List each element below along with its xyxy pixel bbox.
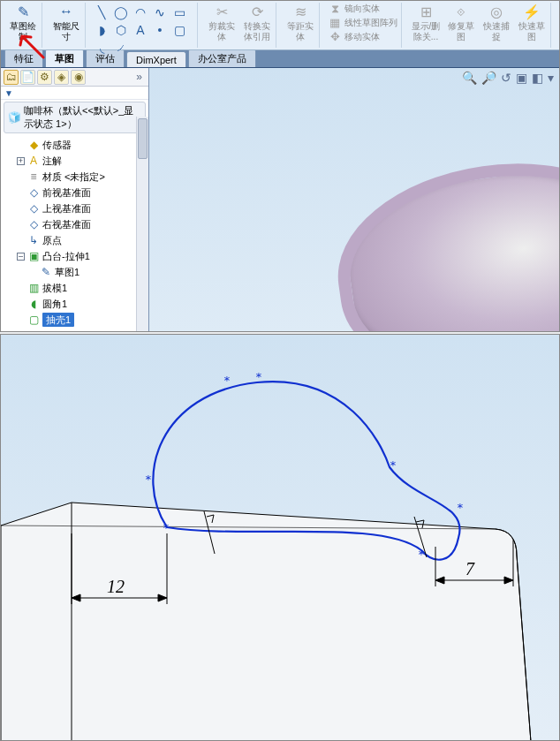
ribbon-group-mirror-pattern: ⧗镜向实体 ▦线性草图阵列 ✥移动实体 [325, 3, 402, 48]
snap-icon: ◎ [488, 3, 505, 20]
face-outline [1, 503, 531, 741]
fm-toolbar: 🗂 📄 ⚙ ◈ ◉ » [1, 68, 148, 87]
tree-annotations[interactable]: +A注解 [6, 153, 148, 169]
ellipse-tool-icon[interactable]: ◗ [95, 23, 109, 37]
annotations-icon: A [27, 154, 40, 168]
relations-icon: ⊞ [417, 3, 435, 20]
ribbon-group-smart-dim: ↔ 智能尺 寸 [48, 3, 86, 48]
convert-icon: ⟳ [248, 3, 266, 20]
tree-sketch1[interactable]: ✎草图1 [6, 264, 148, 280]
zoom-area-icon[interactable]: 🔎 [481, 71, 496, 85]
ribbon-group-trim-convert: ✂ 剪裁实 体 ⟳ 转换实 体引用 [203, 3, 276, 48]
repair-sketch-button[interactable]: ⟐ 修复草 图 [446, 3, 476, 42]
feature-tree: ◆传感器 +A注解 ≡材质 <未指定> ◇前视基准面 ◇上视基准面 ◇右视基准面… [1, 135, 148, 329]
plane-icon: ◇ [27, 201, 40, 215]
tree-front-plane[interactable]: ◇前视基准面 [6, 185, 148, 200]
tree-sensors[interactable]: ◆传感器 [6, 137, 148, 153]
svg-text:*: * [255, 370, 262, 383]
fm-filter-bar[interactable]: ▼ [1, 87, 148, 100]
rotate-icon[interactable]: ↺ [501, 71, 511, 85]
linear-pattern-button[interactable]: ▦线性草图阵列 [329, 17, 397, 29]
point-tool-icon[interactable]: • [153, 23, 167, 37]
scrollbar-thumb[interactable] [138, 118, 148, 159]
move-entities-button[interactable]: ✥移动实体 [329, 31, 397, 43]
bottom-panel-sketch-view[interactable]: * * * * * * * 12 7 [0, 334, 560, 741]
trim-icon: ✂ [213, 3, 231, 20]
dimension-icon: ↔ [57, 3, 75, 20]
ribbon-group-draw-tools: ╲ ◯ ◠ ∿ ▭ ◗ ⬡ A • ▢ ◟ ⟋ [91, 3, 198, 48]
rapid-icon: ⚡ [523, 3, 541, 20]
tab-office[interactable]: 办公室产品 [188, 49, 256, 67]
fm-expand-chevron-icon[interactable]: » [136, 71, 146, 83]
part-icon: 🧊 [8, 111, 21, 124]
circle-tool-icon[interactable]: ◯ [114, 5, 128, 19]
svg-text:*: * [163, 521, 170, 534]
twisty-icon[interactable]: – [17, 253, 25, 261]
mirror-icon: ⧗ [329, 3, 341, 15]
extrude-icon: ▣ [27, 249, 40, 263]
draft-icon: ▥ [27, 281, 40, 295]
fm-tab-tree-icon[interactable]: 🗂 [4, 70, 19, 85]
spline-tool-icon[interactable]: ∿ [153, 5, 167, 19]
sketch-label-1: 草图绘 [10, 21, 36, 31]
svg-text:*: * [390, 458, 397, 472]
svg-text:*: * [418, 548, 425, 561]
rapid-sketch-button[interactable]: ⚡ 快速草 图 [517, 3, 547, 42]
sketch-svg: * * * * * * * 12 7 [1, 335, 560, 741]
tree-scrollbar[interactable] [136, 117, 148, 331]
tree-right-plane[interactable]: ◇右视基准面 [6, 216, 148, 232]
dimension-left-value: 12 [107, 577, 125, 596]
svg-text:*: * [223, 374, 231, 387]
slot-tool-icon[interactable]: ▢ [172, 23, 186, 37]
fm-tab-display-icon[interactable]: ◉ [71, 70, 86, 85]
fm-tab-config-icon[interactable]: ⚙ [37, 70, 52, 85]
polygon-tool-icon[interactable]: ⬡ [114, 23, 128, 37]
tree-draft1[interactable]: ▥拔模1 [6, 280, 148, 296]
tab-sketch[interactable]: 草图 [45, 49, 84, 67]
mirror-entities-button[interactable]: ⧗镜向实体 [329, 3, 397, 15]
fm-title-bar[interactable]: 🧊 咖啡杯（默认<<默认>_显示状态 1>） [4, 102, 146, 133]
sketch-icon: ✎ [14, 3, 32, 20]
chamfer-tool-icon[interactable]: ⟋ [114, 41, 128, 55]
tree-fillet1[interactable]: ◖圆角1 [6, 296, 148, 312]
material-icon: ≡ [27, 170, 40, 184]
feature-manager-pane: 🗂 📄 ⚙ ◈ ◉ » ▼ 🧊 咖啡杯（默认<<默认>_显示状态 1>） ◆传感… [1, 68, 149, 331]
tab-strip: 特征 草图 评估 DimXpert 办公室产品 [1, 50, 559, 68]
tree-top-plane[interactable]: ◇上视基准面 [6, 200, 148, 216]
tree-origin[interactable]: ↳原点 [6, 232, 148, 248]
display-delete-relations-button[interactable]: ⊞ 显示/删 除关... [411, 3, 441, 42]
annotation-red-arrow [17, 33, 47, 59]
text-tool-icon[interactable]: A [133, 23, 148, 37]
line-tool-icon[interactable]: ╲ [95, 5, 109, 19]
sketch-feature-icon: ✎ [40, 265, 52, 279]
svg-text:*: * [457, 501, 464, 514]
fm-tab-dim-icon[interactable]: ◈ [54, 70, 69, 85]
plane-icon: ◇ [27, 217, 40, 231]
fm-title-text: 咖啡杯（默认<<默认>_显示状态 1>） [24, 104, 141, 131]
rectangle-tool-icon[interactable]: ▭ [172, 5, 186, 19]
fillet-tool-icon[interactable]: ◟ [95, 41, 109, 55]
tree-material[interactable]: ≡材质 <未指定> [6, 169, 148, 185]
model-preview-cup [325, 144, 559, 331]
fm-tab-property-icon[interactable]: 📄 [20, 70, 35, 85]
trim-entities-button[interactable]: ✂ 剪裁实 体 [207, 3, 237, 42]
convert-entities-button[interactable]: ⟳ 转换实 体引用 [242, 3, 272, 42]
tree-shell1[interactable]: ▢抽壳1 [6, 312, 148, 328]
svg-text:*: * [145, 473, 152, 486]
dimension-right-value: 7 [465, 559, 475, 578]
twisty-icon[interactable]: + [17, 157, 25, 165]
arc-tool-icon[interactable]: ◠ [133, 5, 148, 19]
ribbon-group-right: ⊞ 显示/删 除关... ⟐ 修复草 图 ◎ 快速捕 捉 ⚡ 快速草 图 [407, 3, 551, 48]
offset-entities-button[interactable]: ≋ 等距实 体 [285, 3, 315, 42]
smart-dimension-button[interactable]: ↔ 智能尺 寸 [51, 3, 81, 42]
appearance-icon[interactable]: ▾ [548, 71, 554, 85]
draw-tool-palette: ╲ ◯ ◠ ∿ ▭ ◗ ⬡ A • ▢ ◟ ⟋ [95, 3, 193, 55]
zoom-fit-icon[interactable]: 🔍 [462, 71, 477, 85]
top-panel: ✎ 草图绘 制 ↔ 智能尺 寸 ╲ ◯ ◠ ∿ ▭ ◗ ⬡ A [0, 0, 560, 332]
quick-snaps-button[interactable]: ◎ 快速捕 捉 [481, 3, 511, 42]
section-icon[interactable]: ▣ [516, 71, 527, 85]
display-icon[interactable]: ◧ [532, 71, 543, 85]
tree-extrude1[interactable]: –▣凸台-拉伸1 [6, 248, 148, 264]
move-icon: ✥ [329, 31, 341, 43]
mirror-pattern-stack: ⧗镜向实体 ▦线性草图阵列 ✥移动实体 [329, 3, 397, 43]
